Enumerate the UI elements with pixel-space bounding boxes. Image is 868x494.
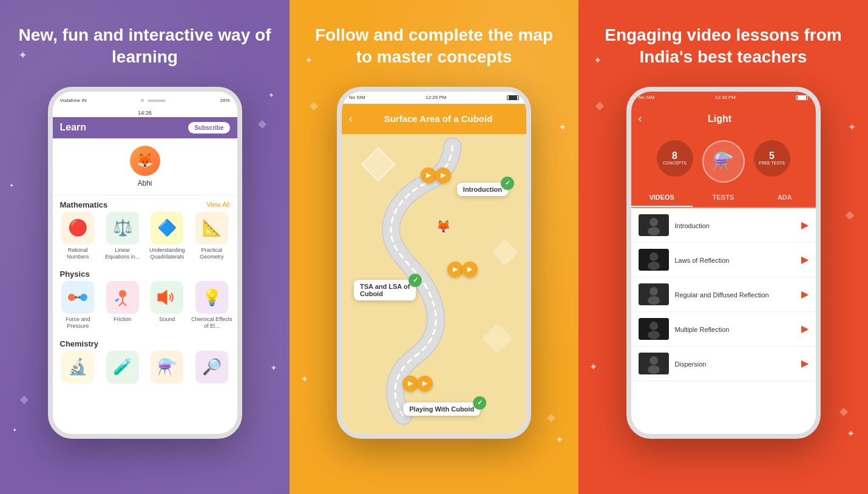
play-button-tsa[interactable]: ▶ ▶ <box>447 262 478 277</box>
math-grid: 🔴 Rational Numbers ⚖️ Linear Equations i… <box>53 212 237 265</box>
star-decoration: ✦ <box>847 428 855 439</box>
p3-carrier: No SIM <box>639 95 655 100</box>
panel-3-title: Engaging video lessons from India's best… <box>597 24 850 69</box>
linear-equations-icon: ⚖️ <box>106 212 139 245</box>
quadrilaterals-icon: 🔷 <box>151 212 183 245</box>
video-tabs: VIDEOS TESTS ADA <box>631 189 816 208</box>
chem2-icon: 🧪 <box>106 351 139 384</box>
free-tests-label: FREE TESTS <box>759 161 785 166</box>
concepts-count: 8 <box>672 151 677 161</box>
svg-point-22 <box>648 331 660 339</box>
diamond-decoration <box>310 102 318 110</box>
diamond-decoration <box>595 102 604 110</box>
node-tsa[interactable]: TSA and LSA ofCuboid ✓ <box>354 280 416 300</box>
video-item-introduction[interactable]: Introduction ▶ <box>631 208 816 243</box>
force-label: Force and Pressure <box>58 316 99 330</box>
subject-rational-numbers[interactable]: 🔴 Rational Numbers <box>58 212 99 260</box>
teacher-thumbnail-2 <box>639 249 669 271</box>
tab-tests[interactable]: TESTS <box>693 189 754 207</box>
diamond-decoration <box>547 414 555 422</box>
chemistry-section-header: Chemistry <box>53 334 237 351</box>
video-title-diffused: Regular and Diffused Reflection <box>675 291 769 299</box>
p3-time: 12:30 PM <box>715 95 736 100</box>
video-thumb-dispersion <box>639 353 669 374</box>
chem1-icon: 🔬 <box>61 351 94 384</box>
science-icon-circle[interactable]: ⚗️ <box>702 140 745 183</box>
mascot: 🦊 <box>436 219 451 234</box>
video-thumb-introduction <box>639 214 669 236</box>
app-content[interactable]: Mathematics View All 🔴 Rational Numbers … <box>53 195 237 439</box>
teacher-thumbnail-5 <box>639 353 669 374</box>
chemical-icon: 💡 <box>195 281 228 314</box>
phone-mockup-2: No SIM 12:29 PM ‹ Surface Area of a Cubo… <box>337 87 531 439</box>
node-playing[interactable]: Playing With Cuboid ✓ <box>403 402 480 416</box>
star-decoration: ✦ <box>268 91 274 100</box>
subject-friction[interactable]: Friction <box>102 281 143 330</box>
svg-point-13 <box>648 227 660 235</box>
tests-count: 5 <box>769 151 775 161</box>
video-item-laws[interactable]: Laws of Reflection ▶ <box>631 243 816 277</box>
play-button-cuboid[interactable]: ▶ ▶ <box>402 376 433 391</box>
physics-title: Physics <box>60 269 90 279</box>
video-title-multiple: Multiple Reflection <box>675 326 730 333</box>
map-title: Surface Area of a Cuboid <box>358 113 519 124</box>
subscribe-button[interactable]: Subscribe <box>188 122 229 134</box>
friction-icon <box>106 281 139 314</box>
app-header: Learn Subscribe <box>53 117 237 138</box>
play-button-dispersion[interactable]: ▶ <box>801 357 809 369</box>
subject-quadrilaterals[interactable]: 🔷 Understanding Quadrilaterals <box>147 212 188 260</box>
subject-geometry[interactable]: 📐 Practical Geometry <box>191 212 232 260</box>
view-all-math[interactable]: View All <box>206 201 229 208</box>
video-item-dispersion[interactable]: Dispersion ▶ <box>631 347 816 381</box>
geometry-icon: 📐 <box>195 212 228 245</box>
svg-point-19 <box>648 296 660 305</box>
subject-chem-1[interactable]: 🔬 <box>58 351 99 386</box>
friction-label: Friction <box>114 316 132 323</box>
phone-time: 14:26 <box>53 110 237 117</box>
geometry-label: Practical Geometry <box>191 247 232 260</box>
svg-point-21 <box>649 322 658 330</box>
back-arrow-icon[interactable]: ‹ <box>639 112 642 125</box>
star-decoration: ✦ <box>558 121 566 133</box>
subject-chemical[interactable]: 💡 Chemical Effects of El... <box>191 281 232 330</box>
subject-chem-2[interactable]: 🧪 <box>102 351 143 386</box>
tab-videos[interactable]: VIDEOS <box>631 189 693 207</box>
video-item-diffused[interactable]: Regular and Diffused Reflection ▶ <box>631 277 816 312</box>
p2-time: 12:29 PM <box>426 95 446 100</box>
concepts-circle[interactable]: 8 CONCEPTS <box>657 140 693 177</box>
video-header: ‹ Light <box>631 104 816 134</box>
map-content: 🦊 Introduction ✓ ▶ ▶ TSA and LSA ofCuboi… <box>342 134 526 434</box>
play-button-introduction[interactable]: ▶ <box>801 219 809 231</box>
play-button-diffused[interactable]: ▶ <box>801 288 809 300</box>
chemistry-grid: 🔬 🧪 ⚗️ 🔎 <box>53 351 237 391</box>
panel-1: ✦ ✦ ✦ ✦ ✦ New, fun and interactive way o… <box>0 0 290 494</box>
quadrilaterals-label: Understanding Quadrilaterals <box>147 247 188 260</box>
tests-circle[interactable]: 5 FREE TESTS <box>754 140 790 177</box>
subject-chem-3[interactable]: ⚗️ <box>147 351 188 386</box>
node-introduction[interactable]: Introduction ✓ <box>457 183 508 196</box>
diamond-decoration <box>839 408 848 416</box>
subject-linear-equations[interactable]: ⚖️ Linear Equations in... <box>102 212 143 260</box>
play-button-laws[interactable]: ▶ <box>801 254 809 265</box>
tab-ada[interactable]: ADA <box>754 189 815 207</box>
svg-line-8 <box>123 302 126 306</box>
star-decoration: ✦ <box>270 363 277 373</box>
battery-text: 26% <box>220 98 229 103</box>
play-button-multiple[interactable]: ▶ <box>801 323 809 334</box>
video-thumb-diffused <box>639 283 669 305</box>
play-button-intro[interactable]: ▶ ▶ <box>421 167 451 183</box>
science-icon: ⚗️ <box>713 151 734 171</box>
video-info-diffused: Regular and Diffused Reflection <box>675 289 795 300</box>
sound-icon <box>151 281 183 314</box>
video-title-dispersion: Dispersion <box>675 360 707 368</box>
back-arrow-icon[interactable]: ‹ <box>349 112 353 125</box>
phone-mockup-3: No SIM 12:30 PM ‹ Light 8 CONCEPTS ⚗️ 5 … <box>626 87 821 439</box>
video-item-multiple[interactable]: Multiple Reflection ▶ <box>631 312 816 347</box>
panel-3: ✦ ✦ ✦ ✦ Engaging video lessons from Indi… <box>578 0 868 494</box>
subject-force[interactable]: Force and Pressure <box>58 281 99 330</box>
subject-sound[interactable]: Sound <box>147 281 188 330</box>
video-info-laws: Laws of Reflection <box>675 254 795 265</box>
subject-chem-4[interactable]: 🔎 <box>191 351 232 386</box>
username: Abhi <box>137 179 152 188</box>
star-decoration: ✦ <box>9 182 14 189</box>
